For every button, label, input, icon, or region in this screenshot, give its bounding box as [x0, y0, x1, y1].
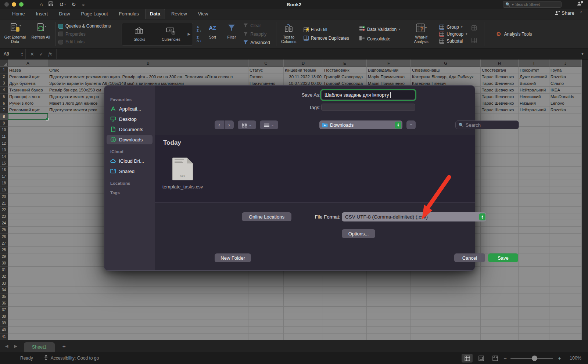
ungroup-button[interactable]: Ungroup ▾ — [439, 32, 467, 37]
cell-A6[interactable]: Ручки з лого — [8, 100, 48, 107]
row-header-40[interactable]: 40 — [0, 327, 8, 333]
hide-detail-icon[interactable] — [472, 38, 477, 43]
cell-J13[interactable] — [549, 147, 582, 154]
cell-F2[interactable]: Марія Примаченко — [367, 73, 411, 80]
cell-H20[interactable] — [481, 194, 519, 200]
cell-J5[interactable]: MacDonalds — [549, 94, 582, 100]
cell-H5[interactable]: Тарас Шевченко — [481, 94, 519, 100]
cell-G35[interactable] — [411, 293, 481, 300]
cell-C37[interactable] — [248, 307, 284, 313]
cell-I24[interactable] — [519, 220, 549, 227]
cell-H7[interactable]: Тарас Шевченко — [481, 107, 519, 113]
cell-I31[interactable] — [519, 267, 549, 273]
cell-C39[interactable] — [248, 320, 284, 327]
cell-F38[interactable] — [367, 313, 411, 320]
forward-button[interactable]: › — [225, 120, 234, 129]
cell-J6[interactable]: Lenovo — [549, 100, 582, 107]
subtotal-button[interactable]: Subtotal — [439, 39, 467, 44]
cell-A16[interactable] — [8, 167, 48, 173]
flash-fill-button[interactable]: ⚡ Flash-fill — [304, 27, 349, 32]
cell-D37[interactable] — [284, 307, 323, 313]
sidebar-item-applicati-[interactable]: Applicati... — [107, 104, 153, 113]
cell-E1[interactable]: Постановник — [323, 67, 367, 73]
cell-I7[interactable]: Нейтральний — [519, 107, 549, 113]
column-header-G[interactable]: G — [411, 60, 481, 67]
row-header-22[interactable]: 22 — [0, 207, 8, 213]
cell-I3[interactable]: Високий — [519, 80, 549, 87]
cell-I41[interactable] — [519, 334, 549, 340]
cell-E36[interactable] — [323, 300, 367, 307]
cell-I25[interactable] — [519, 227, 549, 233]
sidebar-item-documents[interactable]: Documents — [107, 125, 153, 134]
cancel-button[interactable]: Cancel — [454, 253, 485, 262]
cell-J19[interactable] — [549, 187, 582, 194]
group-button[interactable]: Group ▾ — [439, 25, 467, 30]
column-header-H[interactable]: H — [481, 60, 519, 67]
row-header-33[interactable]: 33 — [0, 280, 8, 287]
cell-J32[interactable] — [549, 273, 582, 280]
formula-input[interactable] — [57, 49, 577, 59]
cell-H38[interactable] — [481, 313, 519, 320]
cell-A21[interactable] — [8, 200, 48, 207]
cell-F33[interactable] — [367, 280, 411, 287]
zoom-slider-knob[interactable] — [532, 356, 537, 361]
file-item[interactable]: csv template_tasks.csv — [159, 158, 207, 190]
cell-A22[interactable] — [8, 207, 48, 213]
cell-J22[interactable] — [549, 207, 582, 213]
cell-E32[interactable] — [323, 273, 367, 280]
cell-A10[interactable] — [8, 127, 48, 133]
cell-A33[interactable] — [8, 280, 48, 287]
cell-B39[interactable] — [48, 320, 248, 327]
save-as-input[interactable]: Шаблон завдань для імпорту — [321, 90, 415, 100]
cell-A15[interactable] — [8, 160, 48, 167]
share-button[interactable]: Share — [554, 10, 574, 16]
cell-B34[interactable] — [48, 287, 248, 293]
sort-ascending-icon[interactable]: AZ ↓ — [197, 26, 201, 32]
cell-G2[interactable]: Катерина Білокур, Ада Рибачук — [411, 73, 481, 80]
row-header-28[interactable]: 28 — [0, 247, 8, 253]
cell-I36[interactable] — [519, 300, 549, 307]
customize-toolbar-icon[interactable]: ≂ — [82, 3, 85, 7]
row-header-5[interactable]: 5 — [0, 94, 8, 100]
cell-J29[interactable] — [549, 253, 582, 260]
cell-C35[interactable] — [248, 293, 284, 300]
filter-button[interactable]: Filter — [222, 19, 241, 48]
row-header-32[interactable]: 32 — [0, 273, 8, 280]
save-button[interactable]: Save — [488, 253, 518, 262]
cell-J15[interactable] — [549, 160, 582, 167]
name-box[interactable]: A8 ▲▼ — [0, 49, 26, 59]
cell-H32[interactable] — [481, 273, 519, 280]
cell-A30[interactable] — [8, 260, 48, 267]
sidebar-item-desktop[interactable]: Desktop — [107, 114, 153, 124]
cell-G1[interactable]: Співвиконавці — [411, 67, 481, 73]
cell-H34[interactable] — [481, 287, 519, 293]
cell-A5[interactable]: Прапорці з лого — [8, 94, 48, 100]
file-format-select[interactable]: CSV UTF-8 (Comma-delimited) (.csv) ▲▼ — [342, 212, 486, 221]
cell-C2[interactable]: Готово — [248, 73, 284, 80]
cell-D36[interactable] — [284, 300, 323, 307]
row-header-39[interactable]: 39 — [0, 320, 8, 327]
row-header-37[interactable]: 37 — [0, 307, 8, 313]
cell-B1[interactable]: Опис — [48, 67, 248, 73]
cell-I18[interactable] — [519, 180, 549, 187]
cell-J41[interactable] — [549, 334, 582, 340]
cell-H2[interactable]: Тарас Шевченко — [481, 73, 519, 80]
row-header-23[interactable]: 23 — [0, 213, 8, 220]
cell-I27[interactable] — [519, 240, 549, 247]
cancel-entry-icon[interactable]: ✕ — [30, 51, 34, 57]
tab-formulas[interactable]: Formulas — [114, 9, 144, 19]
column-header-F[interactable]: F — [367, 60, 411, 67]
cell-I15[interactable] — [519, 160, 549, 167]
new-folder-button[interactable]: New Folder — [215, 253, 251, 262]
cell-I26[interactable] — [519, 234, 549, 240]
cell-F36[interactable] — [367, 300, 411, 307]
row-header-27[interactable]: 27 — [0, 240, 8, 247]
page-break-view-button[interactable] — [490, 354, 501, 363]
collapse-ribbon-icon[interactable]: ⌃ — [580, 11, 583, 15]
search-sheet-input[interactable]: 🔍▾ Search Sheet — [503, 1, 562, 8]
text-to-columns-button[interactable]: Text to Columns — [278, 19, 300, 48]
cell-H36[interactable] — [481, 300, 519, 307]
cell-A24[interactable] — [8, 220, 48, 227]
cell-E39[interactable] — [323, 320, 367, 327]
cell-I38[interactable] — [519, 313, 549, 320]
